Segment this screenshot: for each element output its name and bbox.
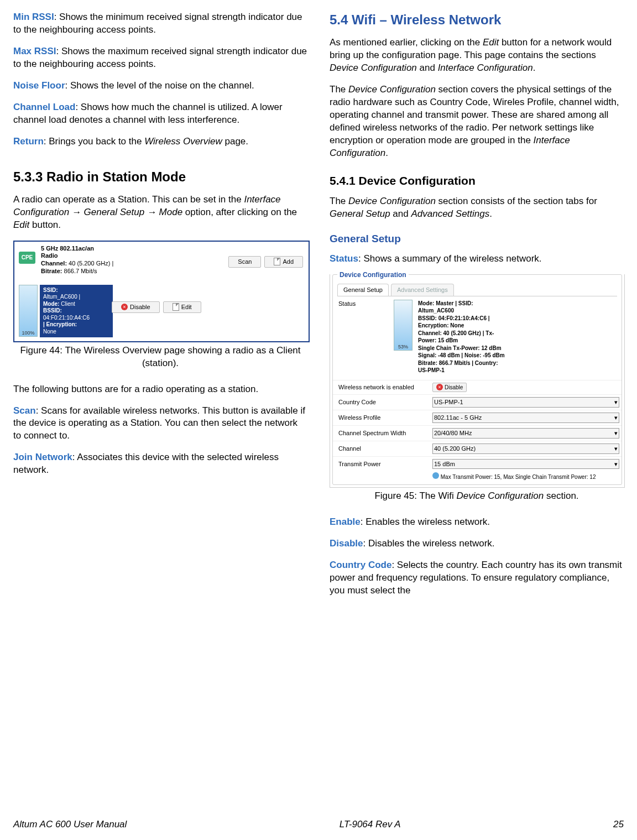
heading-54: 5.4 Wifi – Wireless Network: [330, 11, 624, 29]
page-footer: Altum AC 600 User Manual LT-9064 Rev A 2…: [13, 818, 624, 831]
term-max-rssi: Max RSSI: [13, 46, 56, 56]
figure-44-caption: Figure 44: The Wireless Overview page sh…: [13, 345, 307, 370]
fieldset-legend: Device Configuration: [337, 271, 409, 279]
para-541: The Device Configuration section consist…: [330, 195, 624, 221]
figure-45: Device Configuration General Setup Advan…: [330, 274, 624, 488]
para-54b: The Device Configuration section covers …: [330, 84, 624, 160]
heading-541: 5.4.1 Device Configuration: [330, 173, 624, 189]
cpe-badge: CPE: [19, 252, 35, 264]
figure-44-top-buttons: Scan Add: [228, 256, 303, 268]
def-status: Status: Shows a summary of the wireless …: [330, 253, 624, 265]
row-channel: Channel 40 (5.200 GHz)▾: [333, 441, 622, 456]
row-country-code: Country Code US-PMP-1▾: [333, 394, 622, 410]
term-return: Return: [13, 136, 44, 147]
edit-icon: [173, 303, 179, 311]
def-max-rssi: Max RSSI: Shows the maximum received sig…: [13, 45, 307, 71]
footer-left: Altum AC 600 User Manual: [13, 818, 127, 831]
term-min-rssi: Min RSSI: [13, 12, 54, 22]
wireless-profile-select[interactable]: 802.11ac - 5 GHz▾: [432, 413, 619, 423]
term-status: Status: [330, 253, 358, 264]
footer-right: 25: [613, 818, 624, 831]
para-533-intro: A radio can operate as a Station. This c…: [13, 194, 307, 232]
def-scan: Scan: Scans for available wireless netwo…: [13, 405, 307, 443]
para-54a: As mentioned earlier, clicking on the Ed…: [330, 36, 624, 75]
def-country-code: Country Code: Selects the country. Each …: [330, 559, 624, 597]
def-disable: Disable: Disables the wireless network.: [330, 538, 624, 550]
close-icon: ×: [436, 384, 443, 390]
row-enabled: Wireless network is enabled ×Disable: [333, 380, 622, 395]
edit-button[interactable]: Edit: [163, 301, 201, 313]
status-row: Status 53% Mode: Master | SSID: Altum_AC…: [333, 296, 622, 380]
country-code-select[interactable]: US-PMP-1▾: [432, 397, 619, 408]
transmit-power-note: Max Transmit Power: 15, Max Single Chain…: [333, 471, 622, 484]
figure-45-caption: Figure 45: The Wifi Device Configuration…: [330, 490, 624, 503]
def-enable: Enable: Enables the wireless network.: [330, 516, 624, 529]
def-channel-load: Channel Load: Shows how much the channel…: [13, 101, 307, 127]
close-icon: ×: [121, 304, 128, 310]
figure-45-box: Device Configuration General Setup Advan…: [330, 274, 625, 488]
def-join: Join Network: Associates this device wit…: [13, 451, 307, 477]
def-return: Return: Brings you back to the Wireless …: [13, 135, 307, 148]
transmit-power-select[interactable]: 15 dBm▾: [432, 459, 619, 469]
disable-button[interactable]: ×Disable: [112, 301, 160, 313]
footer-center: LT-9064 Rev A: [340, 818, 401, 831]
figure-44-box: CPE 5 GHz 802.11ac/an Radio Channel: 40 …: [13, 241, 310, 342]
para-after-fig44: The following buttons are for a radio op…: [13, 383, 307, 396]
left-column: Min RSSI: Shows the minimum received sig…: [13, 11, 307, 807]
figure-44: CPE 5 GHz 802.11ac/an Radio Channel: 40 …: [13, 241, 307, 342]
ssid-box: SSID: Altum_AC600 | Mode: Client BSSID: …: [40, 285, 113, 338]
row-channel-width: Channel Spectrum Width 20/40/80 MHz▾: [333, 425, 622, 441]
def-min-rssi: Min RSSI: Shows the minimum received sig…: [13, 11, 307, 36]
term-channel-load: Channel Load: [13, 102, 75, 112]
channel-width-select[interactable]: 20/40/80 MHz▾: [432, 428, 619, 439]
status-details: Mode: Master | SSID: Altum_AC600 BSSID: …: [418, 300, 540, 374]
right-column: 5.4 Wifi – Wireless Network As mentioned…: [330, 11, 624, 807]
figure-44-row-buttons: ×Disable Edit: [112, 301, 201, 313]
heading-533: 5.3.3 Radio in Station Mode: [13, 168, 307, 186]
status-gauge: 53%: [394, 300, 413, 351]
term-noise-floor: Noise Floor: [13, 80, 65, 91]
term-scan: Scan: [13, 405, 36, 416]
channel-select[interactable]: 40 (5.200 GHz)▾: [432, 444, 619, 454]
row-wireless-profile: Wireless Profile 802.11ac - 5 GHz▾: [333, 410, 622, 425]
tab-advanced-settings[interactable]: Advanced Settings: [391, 284, 454, 296]
def-noise-floor: Noise Floor: Shows the level of the nois…: [13, 80, 307, 92]
disable-network-button[interactable]: ×Disable: [432, 383, 467, 393]
info-icon: [432, 472, 439, 479]
tab-general-setup[interactable]: General Setup: [337, 284, 389, 296]
tab-bar: General Setup Advanced Settings: [333, 284, 622, 296]
term-country-code: Country Code: [330, 560, 391, 570]
page-icon: [274, 258, 280, 265]
row-transmit-power: Transmit Power 15 dBm▾: [333, 456, 622, 472]
heading-general-setup: General Setup: [330, 232, 624, 246]
term-enable: Enable: [330, 516, 361, 527]
term-join: Join Network: [13, 452, 72, 462]
signal-gauge: 100%: [19, 285, 38, 337]
add-button[interactable]: Add: [264, 256, 303, 268]
term-disable: Disable: [330, 538, 363, 549]
scan-button[interactable]: Scan: [228, 256, 261, 268]
